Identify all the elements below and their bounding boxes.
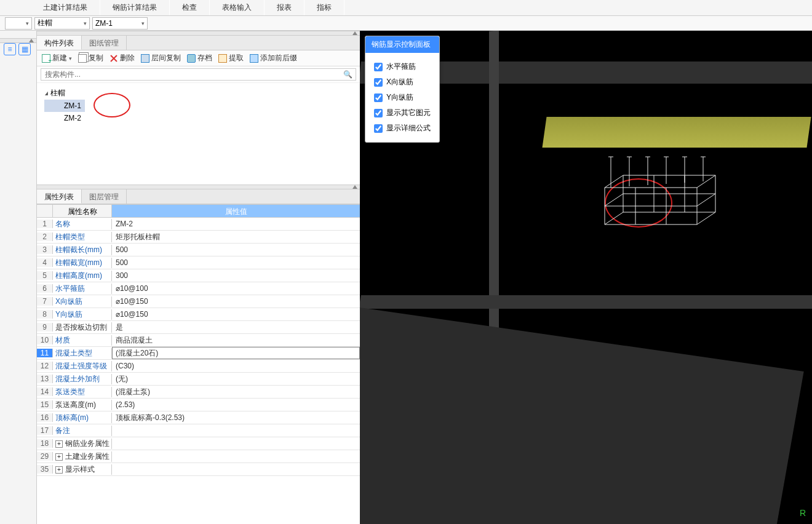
property-row[interactable]: 6水平箍筋⌀10@100 bbox=[37, 282, 360, 295]
chk-y-rebar[interactable]: Y向纵筋 bbox=[374, 90, 431, 105]
extract-button[interactable]: 提取 bbox=[218, 53, 244, 63]
new-icon bbox=[42, 54, 50, 63]
property-panel-grip[interactable] bbox=[37, 185, 360, 189]
combo-component-type[interactable]: 柱帽 bbox=[34, 17, 90, 30]
tree-item-zm2[interactable]: ZM-2 bbox=[44, 112, 352, 124]
search-icon[interactable]: 🔍 bbox=[343, 70, 352, 79]
copy-icon bbox=[78, 54, 87, 63]
archive-button[interactable]: 存档 bbox=[187, 53, 212, 63]
header-prop-value[interactable]: 属性值 bbox=[112, 205, 360, 217]
property-row[interactable]: 7X向纵筋⌀10@150 bbox=[37, 295, 360, 308]
property-row[interactable]: 17备注 bbox=[37, 424, 360, 437]
component-tree: 柱帽 ZM-1 ZM-2 bbox=[37, 83, 360, 185]
chk-horizontal-stirrup[interactable]: 水平箍筋 bbox=[374, 59, 431, 74]
new-button[interactable]: 新建▾ bbox=[42, 53, 72, 63]
rebar-display-panel: 钢筋显示控制面板 水平箍筋 X向纵筋 Y向纵筋 显示其它图元 显示详细公式 bbox=[365, 36, 440, 143]
model-slab bbox=[542, 117, 811, 148]
property-row[interactable]: 11混凝土类型(混凝土20石) bbox=[37, 347, 360, 360]
property-row[interactable]: 3柱帽截长(mm)500 bbox=[37, 244, 360, 256]
rebar-cage bbox=[605, 169, 715, 231]
property-row[interactable]: 8Y向纵筋⌀10@150 bbox=[37, 308, 360, 321]
property-row[interactable]: 10材质商品混凝土 bbox=[37, 334, 360, 347]
model-column bbox=[489, 31, 499, 376]
model-wall-h bbox=[360, 295, 812, 309]
navigator-strip: ≡ ▦ bbox=[0, 31, 37, 524]
property-row[interactable]: 13混凝土外加剂(无) bbox=[37, 373, 360, 386]
property-row[interactable]: 9是否按板边切割是 bbox=[37, 321, 360, 334]
tab-component-list[interactable]: 构件列表 bbox=[37, 36, 82, 50]
tab-property-list[interactable]: 属性列表 bbox=[37, 189, 82, 204]
tab-check[interactable]: 检查 bbox=[170, 0, 210, 15]
rebar-panel-title[interactable]: 钢筋显示控制面板 bbox=[365, 36, 439, 53]
left-panel: 构件列表 图纸管理 新建▾ 复制 删除 层间复制 存档 提取 添加前后缀 🔍 柱… bbox=[37, 31, 360, 524]
property-panel-tabs: 属性列表 图层管理 bbox=[37, 189, 360, 204]
delete-button[interactable]: 删除 bbox=[109, 53, 135, 63]
prefix-suffix-button[interactable]: 添加前后缀 bbox=[250, 53, 297, 63]
tab-drawing-mgmt[interactable]: 图纸管理 bbox=[82, 36, 127, 50]
property-grid[interactable]: 1名称ZM-22柱帽类型矩形托板柱帽3柱帽截长(mm)5004柱帽截宽(mm)5… bbox=[37, 218, 360, 524]
property-row[interactable]: 2柱帽类型矩形托板柱帽 bbox=[37, 231, 360, 244]
tab-rebar-result[interactable]: 钢筋计算结果 bbox=[100, 0, 170, 15]
tab-civil-result[interactable]: 土建计算结果 bbox=[31, 0, 100, 15]
property-row[interactable]: 16顶标高(m)顶板底标高-0.3(2.53) bbox=[37, 411, 360, 424]
ribbon-tabs: 土建计算结果 钢筋计算结果 检查 表格输入 报表 指标 bbox=[0, 0, 812, 16]
tab-layer-mgmt[interactable]: 图层管理 bbox=[82, 189, 127, 204]
combo-blank[interactable] bbox=[5, 17, 32, 30]
property-row[interactable]: 18+钢筋业务属性 bbox=[37, 437, 360, 450]
tab-table-input[interactable]: 表格输入 bbox=[210, 0, 265, 15]
list-view-icon[interactable]: ≡ bbox=[4, 43, 16, 55]
delete-icon bbox=[109, 54, 118, 63]
tree-item-zm1[interactable]: ZM-1 bbox=[44, 100, 85, 112]
search-input[interactable] bbox=[41, 68, 356, 81]
property-row[interactable]: 15泵送高度(m)(2.53) bbox=[37, 399, 360, 411]
tree-parent[interactable]: 柱帽 bbox=[44, 87, 352, 100]
combo-component-name[interactable]: ZM-1 bbox=[92, 17, 148, 30]
archive-icon bbox=[187, 54, 196, 63]
prefix-icon bbox=[250, 54, 258, 63]
tab-index[interactable]: 指标 bbox=[304, 0, 344, 15]
3d-viewport[interactable]: 钢筋显示控制面板 水平箍筋 X向纵筋 Y向纵筋 显示其它图元 显示详细公式 R bbox=[360, 31, 812, 524]
property-row[interactable]: 4柱帽截宽(mm)500 bbox=[37, 256, 360, 269]
layer-icon bbox=[141, 54, 149, 63]
property-row[interactable]: 1名称ZM-2 bbox=[37, 218, 360, 231]
chk-detail-formula[interactable]: 显示详细公式 bbox=[374, 121, 431, 136]
property-row[interactable]: 14泵送类型(混凝土泵) bbox=[37, 386, 360, 399]
property-header: 属性名称 属性值 bbox=[37, 204, 360, 218]
component-toolbar: 新建▾ 复制 删除 层间复制 存档 提取 添加前后缀 bbox=[37, 50, 360, 66]
chk-other-elements[interactable]: 显示其它图元 bbox=[374, 105, 431, 121]
chk-x-rebar[interactable]: X向纵筋 bbox=[374, 74, 431, 90]
property-row[interactable]: 5柱帽高度(mm)300 bbox=[37, 269, 360, 282]
corner-label: R bbox=[800, 508, 806, 518]
nav-collapse[interactable] bbox=[0, 38, 36, 43]
model-floor bbox=[360, 308, 804, 524]
copy-button[interactable]: 复制 bbox=[78, 53, 103, 63]
property-row[interactable]: 12混凝土强度等级(C30) bbox=[37, 360, 360, 373]
header-prop-name: 属性名称 bbox=[53, 205, 112, 217]
component-panel-grip[interactable] bbox=[37, 31, 360, 36]
layer-copy-button[interactable]: 层间复制 bbox=[141, 53, 181, 63]
extract-icon bbox=[218, 54, 227, 63]
selector-toolbar: 柱帽 ZM-1 bbox=[0, 16, 812, 31]
component-panel-tabs: 构件列表 图纸管理 bbox=[37, 36, 360, 50]
tab-report[interactable]: 报表 bbox=[265, 0, 304, 15]
property-row[interactable]: 35+显示样式 bbox=[37, 463, 360, 476]
grid-view-icon[interactable]: ▦ bbox=[18, 43, 31, 55]
property-row[interactable]: 29+土建业务属性 bbox=[37, 450, 360, 463]
